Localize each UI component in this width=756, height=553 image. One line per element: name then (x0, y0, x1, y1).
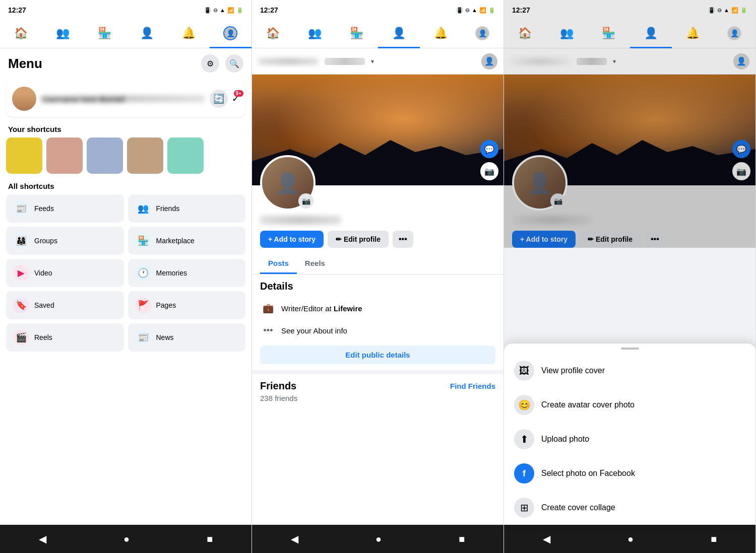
battery-icon-2: 🔋 (488, 7, 495, 14)
nav-bell-1[interactable]: 🔔 (168, 20, 210, 48)
shortcut-thumb-4[interactable] (127, 137, 163, 174)
shortcut-marketplace[interactable]: 🏪 Marketplace (128, 227, 246, 255)
add-to-story-button-3[interactable]: + Add to story (512, 231, 576, 248)
sheet-handle (621, 348, 639, 350)
panel-menu: 12:27 📳 ⊖ ▲ 📶 🔋 🏠 👥 🏪 👤 🔔 👤 (0, 0, 252, 553)
profile-subname-3 (577, 58, 607, 65)
cover-camera-button[interactable]: 📷 (480, 162, 498, 180)
profile-camera-button-3[interactable]: 📷 (550, 193, 565, 209)
shortcut-thumb-3[interactable] (87, 137, 123, 174)
sync-icon[interactable]: 🔄 (210, 90, 228, 108)
nav-menu-2[interactable]: 👤 (462, 20, 503, 48)
bell-icon: 🔔 (182, 27, 196, 40)
home-button-3[interactable]: ● (617, 529, 644, 549)
cover-section-3: 📷 💬 👤 📷 (504, 75, 755, 185)
groups-label: Groups (34, 237, 57, 245)
more-button[interactable]: ••• (393, 231, 413, 248)
bottom-nav-3: ◀ ● ■ (504, 525, 755, 553)
nav-bell-2[interactable]: 🔔 (420, 20, 462, 48)
shortcut-friends[interactable]: 👥 Friends (128, 194, 246, 223)
nav-friends-2[interactable]: 👥 (294, 20, 336, 48)
shortcut-thumb-2[interactable] (46, 137, 83, 174)
select-facebook-label: Select photo on Facebook (541, 469, 635, 478)
nav-profile-1[interactable]: 👤 (126, 20, 168, 48)
detail-about[interactable]: ••• See your About info (260, 319, 495, 341)
nav-home-3[interactable]: 🏠 (504, 20, 546, 48)
status-bar-2: 12:27 📳 ⊖ ▲ 📶 🔋 (252, 0, 503, 20)
profile-camera-button[interactable]: 📷 (298, 193, 313, 209)
edit-profile-button[interactable]: ✏ Edit profile (328, 231, 389, 248)
recents-button-3[interactable]: ■ (701, 529, 727, 549)
shortcut-pages[interactable]: 🚩 Pages (128, 291, 246, 319)
sheet-item-create-collage[interactable]: ⊞ Create cover collage (504, 491, 755, 525)
profile-tabs: Posts Reels (252, 254, 503, 274)
status-icons-2: 📳 ⊖ ▲ 📶 🔋 (456, 7, 495, 14)
recents-button-2[interactable]: ■ (449, 529, 475, 549)
memories-label: Memories (156, 269, 187, 277)
bell-icon-3: 🔔 (686, 27, 700, 40)
cover-section: 📷 💬 👤 📷 (252, 75, 503, 185)
shortcut-news[interactable]: 📰 News (128, 323, 246, 352)
cover-message-button[interactable]: 💬 (480, 140, 498, 158)
dropdown-arrow-3[interactable]: ▾ (613, 58, 616, 65)
shortcut-saved[interactable]: 🔖 Saved (6, 291, 124, 319)
shortcut-groups[interactable]: 👨‍👩‍👧 Groups (6, 227, 124, 255)
tab-posts[interactable]: Posts (260, 254, 297, 274)
find-friends-link[interactable]: Find Friends (450, 382, 495, 390)
header-avatar[interactable]: 👤 (481, 53, 497, 70)
edit-public-button[interactable]: Edit public details (260, 345, 495, 364)
status-bar-1: 12:27 📳 ⊖ ▲ 📶 🔋 (0, 0, 251, 20)
nav-marketplace-3[interactable]: 🏪 (588, 20, 629, 48)
settings-button[interactable]: ⚙ (201, 54, 219, 73)
nav-menu-3[interactable]: 👤 (714, 20, 755, 48)
video-label: Video (34, 269, 52, 277)
nav-profile-2[interactable]: 👤 (378, 20, 420, 48)
back-button-3[interactable]: ◀ (533, 529, 560, 549)
home-button-1[interactable]: ● (113, 529, 140, 549)
shortcut-memories[interactable]: 🕐 Memories (128, 259, 246, 287)
nav-avatar-2: 👤 (475, 26, 489, 40)
saved-icon: 🔖 (13, 297, 29, 313)
friends-shortcut-icon: 👥 (135, 200, 151, 217)
shortcut-reels[interactable]: 🎬 Reels (6, 323, 124, 352)
shortcut-thumb-1[interactable] (6, 137, 42, 174)
nav-home-2[interactable]: 🏠 (252, 20, 294, 48)
more-button-3[interactable]: ••• (645, 231, 665, 248)
nav-marketplace-1[interactable]: 🏪 (84, 20, 125, 48)
nav-friends-1[interactable]: 👥 (42, 20, 84, 48)
edit-profile-button-3[interactable]: ✏ Edit profile (580, 231, 641, 248)
nav-home-1[interactable]: 🏠 (0, 20, 42, 48)
sheet-item-view-cover[interactable]: 🖼 View profile cover (504, 354, 755, 388)
cover-camera-button-3[interactable]: 📷 (732, 162, 750, 180)
sheet-item-upload-photo[interactable]: ⬆ Upload photo (504, 422, 755, 456)
cover-message-button-3[interactable]: 💬 (732, 140, 750, 158)
search-icon: 🔍 (229, 59, 239, 68)
header-avatar-3[interactable]: 👤 (733, 53, 749, 70)
back-button-1[interactable]: ◀ (29, 529, 56, 549)
nav-marketplace-2[interactable]: 🏪 (336, 20, 377, 48)
shortcut-video[interactable]: ▶ Video (6, 259, 124, 287)
add-to-story-button[interactable]: + Add to story (260, 231, 324, 248)
friends-icon-2: 👥 (308, 27, 322, 40)
search-button[interactable]: 🔍 (225, 54, 243, 73)
home-button-2[interactable]: ● (365, 529, 392, 549)
notification-badge[interactable]: ✓ 9+ (232, 93, 239, 104)
recents-button-1[interactable]: ■ (197, 529, 223, 549)
nav-friends-3[interactable]: 👥 (546, 20, 588, 48)
sheet-item-select-facebook[interactable]: f Select photo on Facebook (504, 456, 755, 491)
profile-name-header-3 (510, 58, 571, 65)
nav-avatar-3: 👤 (727, 26, 741, 40)
nav-profile-3[interactable]: 👤 (630, 20, 672, 48)
dropdown-arrow[interactable]: ▾ (371, 58, 374, 65)
user-card[interactable]: Username here blurred 🔄 ✓ 9+ (6, 81, 245, 117)
nav-menu-1[interactable]: 👤 (210, 20, 251, 48)
status-icons-1: 📳 ⊖ ▲ 📶 🔋 (204, 7, 243, 14)
back-button-2[interactable]: ◀ (281, 529, 308, 549)
shortcut-feeds[interactable]: 📰 Feeds (6, 194, 124, 223)
tab-reels[interactable]: Reels (297, 254, 333, 274)
status-time-1: 12:27 (8, 6, 26, 14)
sheet-item-create-avatar[interactable]: 😊 Create avatar cover photo (504, 388, 755, 422)
shortcut-thumb-5[interactable] (167, 137, 204, 174)
nav-bell-3[interactable]: 🔔 (672, 20, 714, 48)
create-collage-label: Create cover collage (541, 503, 615, 512)
